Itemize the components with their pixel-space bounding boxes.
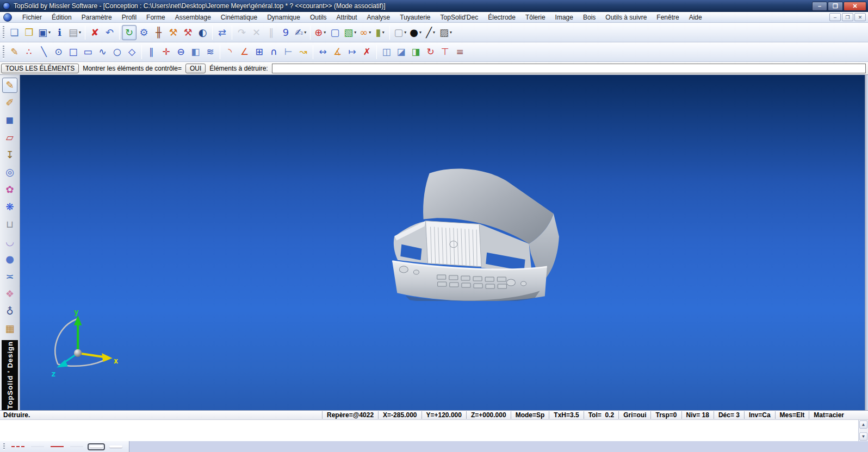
menu-image[interactable]: Image	[550, 12, 578, 22]
measure-angle-icon[interactable]: ∡	[330, 45, 345, 60]
part-face-side-icon[interactable]: ◪	[394, 45, 408, 60]
point-style-dropdown[interactable]: ▾	[419, 30, 421, 35]
truck-hood-model[interactable]	[373, 161, 564, 301]
hatch-style-icon[interactable]: ▨▾	[438, 25, 454, 40]
extend-limit-icon[interactable]: ⊢	[281, 45, 296, 60]
new-file-icon[interactable]: ❏	[7, 25, 22, 40]
point-style-icon[interactable]: ●▾	[408, 25, 423, 40]
render-mode-dropdown[interactable]: ▾	[382, 30, 385, 35]
menu-profil[interactable]: Profil	[117, 12, 141, 22]
zoom-in-icon[interactable]: ⊕▾	[313, 25, 327, 40]
delete-element-icon[interactable]: ✘	[88, 25, 102, 40]
annotate-pen-icon[interactable]: ✍▾	[293, 25, 308, 40]
render-mode-icon[interactable]: ▮▾	[373, 25, 387, 40]
hatch-style-dropdown[interactable]: ▾	[450, 30, 452, 35]
filter-elements-button[interactable]: TOUS LES ÉLÉMENTS	[1, 64, 79, 73]
hammer-modify-icon[interactable]: ⚒	[181, 25, 195, 40]
globe-icon[interactable]: ♁	[2, 304, 17, 319]
folded-sheet-icon[interactable]: ❖	[2, 286, 17, 302]
attribute-sliders-icon[interactable]: ╫	[151, 25, 166, 40]
slot-icon[interactable]: ⊖	[173, 45, 188, 60]
toolbar-grip[interactable]	[3, 443, 5, 450]
shell-surface-icon[interactable]: ◡	[2, 234, 17, 249]
print-icon[interactable]: ▤▾	[67, 25, 83, 40]
color-swatch-dropdown[interactable]: ▾	[404, 30, 406, 35]
refresh-view-icon[interactable]: ↻	[122, 25, 137, 40]
line-style-dropdown[interactable]: ▾	[433, 30, 435, 35]
close-button[interactable]: ✕	[844, 2, 866, 11]
ellipse-icon[interactable]: ○	[110, 45, 125, 60]
minimize-button[interactable]: –	[812, 2, 827, 11]
undo-icon[interactable]: ↶	[102, 25, 117, 40]
save-file-dropdown[interactable]: ▾	[48, 30, 51, 35]
menu-cinematique[interactable]: Cinématique	[216, 12, 262, 22]
move-copy-arrows-icon[interactable]: ⇄	[215, 25, 230, 40]
line-icon[interactable]: ╲	[36, 45, 51, 60]
destroy-elements-input[interactable]	[272, 64, 866, 73]
log-scrollbar[interactable]: ▲ ▼	[858, 420, 868, 441]
image-view-icon[interactable]: ▧▾	[342, 25, 358, 40]
point-set-icon[interactable]: ∴	[22, 45, 36, 60]
spline-icon[interactable]: ∿	[95, 45, 110, 60]
menu-forme[interactable]: Forme	[141, 12, 170, 22]
delete-trim-icon[interactable]: ✗	[359, 45, 374, 60]
zoom-fit-icon[interactable]: ▢	[327, 25, 342, 40]
circle-icon[interactable]: ⊙	[51, 45, 66, 60]
doc-restore-button[interactable]: ❐	[842, 13, 853, 21]
curve-3d-icon[interactable]: ✐	[2, 95, 17, 110]
zoom-in-dropdown[interactable]: ▾	[324, 30, 326, 35]
show-control-toggle-button[interactable]: OUI	[185, 64, 206, 73]
menu-outils[interactable]: Outils	[305, 12, 332, 22]
view-glasses-dropdown[interactable]: ▾	[369, 30, 371, 35]
face-solid-icon[interactable]: ◧	[188, 45, 203, 60]
anvil-block-icon[interactable]: ⊔	[2, 217, 17, 232]
cut-icon[interactable]: ✕	[249, 25, 264, 40]
sketch-icon[interactable]: ✎	[7, 45, 22, 60]
rectangle-icon[interactable]: □	[66, 45, 80, 60]
menu-electrode[interactable]: Électrode	[483, 12, 520, 22]
sketch-2d-icon[interactable]: ✎	[2, 78, 17, 93]
frame-icon[interactable]: ▭	[80, 45, 95, 60]
hammer-tool-icon[interactable]: ⚒	[166, 25, 181, 40]
part-rotate-icon[interactable]: ↻	[423, 45, 438, 60]
doc-minimize-button[interactable]: –	[829, 13, 841, 21]
doc-close-button[interactable]: ✕	[854, 13, 866, 21]
part-face-green-icon[interactable]: ◨	[408, 45, 423, 60]
menu-edition[interactable]: Édition	[47, 12, 77, 22]
view-glasses-icon[interactable]: ∞▾	[358, 25, 373, 40]
concentric-circles-icon[interactable]: ◎	[2, 165, 17, 180]
toolbar-grip[interactable]	[3, 26, 4, 39]
color-swatch-icon[interactable]: ▢▾	[392, 25, 408, 40]
line-style-thick-selected[interactable]	[88, 443, 105, 450]
drill-tool-icon[interactable]: ↧	[2, 147, 17, 162]
menu-fenetre[interactable]: Fenêtre	[652, 12, 684, 22]
menu-assemblage[interactable]: Assemblage	[170, 12, 216, 22]
menu-dynamique[interactable]: Dynamique	[262, 12, 305, 22]
menu-topsolid-dec[interactable]: TopSolid'Dec	[436, 12, 483, 22]
menu-tuyauterie[interactable]: Tuyauterie	[395, 12, 435, 22]
wood-box-icon[interactable]: ▦	[2, 321, 17, 336]
paste-bars-icon[interactable]: ∥	[264, 25, 278, 40]
document-info-icon[interactable]: ℹ	[52, 25, 67, 40]
scroll-up-icon[interactable]: ▲	[859, 420, 867, 429]
maximize-button[interactable]: ❐	[828, 2, 843, 11]
analysis-star-icon[interactable]: ❋	[2, 199, 17, 215]
center-point-icon[interactable]: ✛	[159, 45, 173, 60]
pipe-elbow-icon[interactable]: ●	[2, 252, 17, 267]
scroll-down-icon[interactable]: ▼	[859, 432, 867, 441]
menu-attribut[interactable]: Attribut	[332, 12, 362, 22]
redo-icon[interactable]: ↷	[234, 25, 249, 40]
menu-tolerie[interactable]: Tôlerie	[520, 12, 550, 22]
dimension-icon[interactable]: ↦	[345, 45, 359, 60]
annotate-pen-dropdown[interactable]: ▾	[304, 30, 306, 35]
balloon-label-icon[interactable]: 9	[278, 25, 293, 40]
line-style-thin-1[interactable]	[29, 443, 46, 450]
trim-squares-icon[interactable]: ⊞	[252, 45, 266, 60]
arc-slot-icon[interactable]: ∩	[266, 45, 281, 60]
polygon-icon[interactable]: ◇	[125, 45, 139, 60]
surface-icon[interactable]: ▱	[2, 130, 17, 145]
menu-bois[interactable]: Bois	[578, 12, 600, 22]
frame-dimension-icon[interactable]: ⊤	[438, 45, 452, 60]
save-file-icon[interactable]: ▣▾	[36, 25, 52, 40]
curve-handle-icon[interactable]: ↝	[296, 45, 311, 60]
